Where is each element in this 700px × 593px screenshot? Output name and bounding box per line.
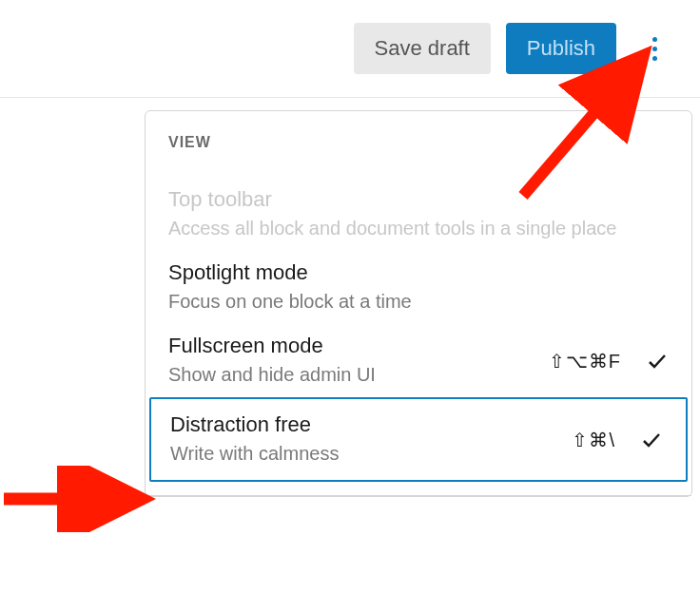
keyboard-shortcut: ⇧⌘\ [572,429,615,451]
dropdown-section-header: VIEW [146,134,691,178]
publish-button[interactable]: Publish [506,23,616,74]
menu-divider [146,495,691,496]
menu-item-distraction-free[interactable]: Distraction free Write with calmness ⇧⌘\ [149,397,688,482]
menu-item-description: Access all block and document tools in a… [168,216,669,241]
menu-item-title: Spotlight mode [168,260,669,285]
menu-item-title: Top toolbar [168,187,669,212]
more-vertical-icon [652,37,657,42]
save-draft-button[interactable]: Save draft [354,23,491,74]
more-options-button[interactable] [632,26,677,71]
menu-item-top-toolbar[interactable]: Top toolbar Access all block and documen… [146,178,691,251]
check-icon [646,350,669,373]
options-dropdown: VIEW Top toolbar Access all block and do… [145,110,692,497]
menu-item-spotlight-mode[interactable]: Spotlight mode Focus on one block at a t… [146,251,691,324]
keyboard-shortcut: ⇧⌥⌘F [549,350,621,373]
menu-item-description: Focus on one block at a time [168,289,669,315]
editor-toolbar: Save draft Publish [0,0,700,98]
check-icon [640,429,663,451]
annotation-arrow-icon [0,466,160,532]
menu-item-fullscreen-mode[interactable]: Fullscreen mode Show and hide admin UI ⇧… [146,324,691,397]
